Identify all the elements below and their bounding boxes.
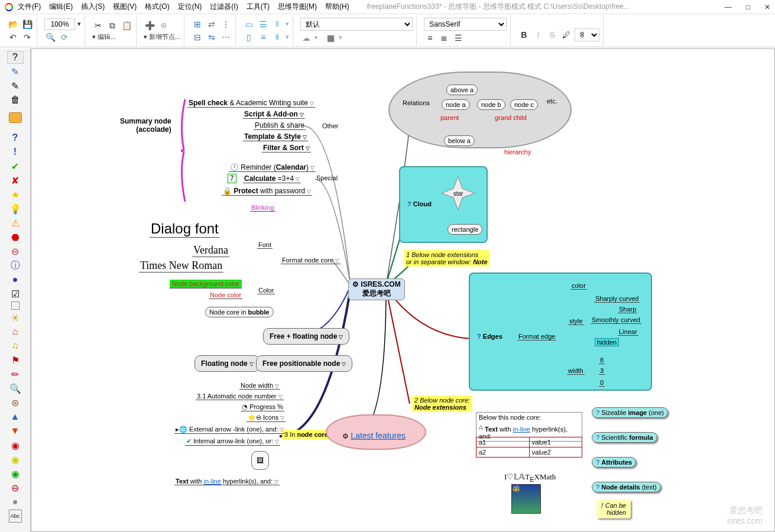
layout-icon-1[interactable]: ⊞ [192,18,203,30]
window-minimize-button[interactable]: — [725,3,732,11]
node-filter-sort[interactable]: Filter & Sort [262,144,311,153]
layout-icon-6[interactable]: ⋯ [220,31,232,43]
layout-icon-5[interactable]: ⇆ [206,31,218,43]
menu-file[interactable]: 文件(F) [18,2,41,12]
struct-icon-3[interactable]: ⫴ [271,18,283,30]
node-a[interactable]: node a [442,99,470,110]
attributes-link[interactable]: ? Attributes [592,457,636,468]
align-left-icon[interactable]: ≡ [424,32,436,44]
save-icon[interactable]: 💾 [21,18,33,30]
node-image-icon[interactable]: 🖼 [251,451,269,470]
font-size-select[interactable]: 8 [575,28,599,41]
align-center-icon[interactable]: ≣ [438,32,450,44]
node-bg-color[interactable]: Node background color [170,280,242,288]
struct-icon-4[interactable]: ▯ [243,31,255,43]
light-green-icon[interactable]: ◉ [9,467,22,480]
strike-button[interactable]: S [546,29,558,41]
paste-icon[interactable]: 📋 [121,20,132,31]
edge-style[interactable]: style [568,317,584,325]
zoom-icon[interactable]: 🔍 [9,382,22,395]
question-icon[interactable]: ? [9,131,22,144]
node-verdana[interactable]: Verdana [192,244,229,257]
menu-edit[interactable]: 编辑(E) [49,2,73,12]
style-select[interactable]: 默认 [300,18,413,31]
trash-icon[interactable]: 🗑 [9,93,22,106]
node-publish[interactable]: Publish & share [254,121,306,130]
relations-label[interactable]: Relations [403,99,430,106]
align-right-icon[interactable]: ☰ [452,32,464,44]
home-icon[interactable]: ⌂ [9,325,22,338]
light-yellow-icon[interactable]: ◉ [9,453,22,466]
bulb-icon[interactable]: 💡 [9,202,22,215]
menu-view[interactable]: 视图(V) [113,2,137,12]
undo-icon[interactable]: ↶ [7,31,19,43]
format-core-label[interactable]: Format node core [281,257,341,264]
node-color[interactable]: Node color [209,291,242,299]
checkbox-icon[interactable]: ☑ [9,287,22,300]
add-node-icon[interactable]: ➕ [144,20,155,31]
exclaim-icon[interactable]: ! [9,145,22,158]
edges-label[interactable]: ? Edges [477,333,502,340]
sci-formula[interactable]: ? Scientific formula [592,432,657,443]
summary-node[interactable]: Summary node(accolade) [120,117,171,134]
globe-icon[interactable]: ● [9,273,22,286]
copy-icon[interactable]: ⧉ [106,20,118,31]
format-edge-label[interactable]: Format edge [517,333,556,340]
menu-mindmap[interactable]: 思维导图(M) [278,2,317,12]
rect-node[interactable]: rectangle [448,224,482,235]
zoom-input[interactable] [44,18,75,30]
node-free-positionable[interactable]: Free positionable node [256,355,352,372]
node-calculate[interactable]: Calculate =3+4 [243,174,301,183]
attr-table[interactable]: a1value1 a2value2 [476,437,582,458]
layout-icon-3[interactable]: ⋮ [220,18,232,30]
cloud-label[interactable]: ? Cloud [407,200,432,207]
menu-format[interactable]: 格式(O) [145,2,169,12]
node-ext-arrow[interactable]: ▸🌐 External arrow -link (one), and: [174,426,285,434]
minus-icon[interactable]: ⊖ [9,245,22,258]
root-node[interactable]: ⚙ ISRES.COM爱思考吧 [348,278,405,300]
node-spellcheck[interactable]: Spell check & Academic Writing suite [187,99,315,108]
node-template[interactable]: Template & Style [243,132,308,141]
struct-icon-5[interactable]: ≡ [257,31,269,43]
pen-icon[interactable]: ✏ [9,368,22,381]
bold-button[interactable]: B [518,29,530,41]
node-bubble[interactable]: Node core in bubble [205,307,274,317]
window-maximize-button[interactable]: □ [746,3,750,11]
stamp-icon[interactable]: ⊛ [9,396,22,409]
mindmap-canvas[interactable]: Summary node(accolade) Other Spell check… [31,48,775,532]
node-b[interactable]: node b [477,99,505,110]
empty-box-icon[interactable] [11,301,20,310]
edge-color[interactable]: color [570,282,587,290]
node-times[interactable]: Times New Roman [139,259,223,273]
edge-linear[interactable]: Linear [618,328,638,336]
help-icon[interactable]: ? [7,51,24,64]
note2[interactable]: 2 Below node core:Node extensions [412,395,472,412]
node-script[interactable]: Script & Add-on [243,110,305,119]
stop-icon[interactable]: ⬣ [9,231,22,244]
edge-w3[interactable]: 3 [599,367,605,375]
node-auto-number[interactable]: 3.1 Automatic node number [196,392,284,400]
node-protect[interactable]: 🔒 Protect with password [222,187,312,196]
edit-dropdown[interactable]: ▾ 编辑... [92,33,116,41]
italic-button[interactable]: I [532,29,544,41]
new-node-dropdown[interactable]: ▾ 新增节点... [144,33,180,41]
gray-dot-icon[interactable]: ● [9,495,22,508]
edge-sharp[interactable]: Sharp [618,306,637,313]
light-red-icon[interactable]: ◉ [9,439,22,452]
node-c[interactable]: node c [510,99,538,110]
can-be-hidden[interactable]: ! Can be hidden [596,499,631,518]
refresh-icon[interactable]: ⟳ [59,31,70,43]
node-below-a[interactable]: below a [444,135,475,146]
edge-hidden[interactable]: hidden [595,339,618,346]
font-select[interactable]: SansSerif [424,18,507,31]
pencil-blue-icon[interactable]: ✎ [9,65,22,78]
abc-icon[interactable]: Abc [9,510,22,523]
wand-icon[interactable]: ⚹ [9,311,22,324]
info-icon[interactable]: ⓘ [9,259,22,272]
minus2-icon[interactable]: ⊖ [9,481,22,494]
menu-nav[interactable]: 定位(N) [178,2,202,12]
menu-insert[interactable]: 插入(S) [81,2,105,12]
node-dialog-font[interactable]: Dialog font [150,220,220,238]
font-color-icon[interactable]: 🖊 [560,29,572,41]
layout-icon-4[interactable]: ⊟ [192,31,203,43]
